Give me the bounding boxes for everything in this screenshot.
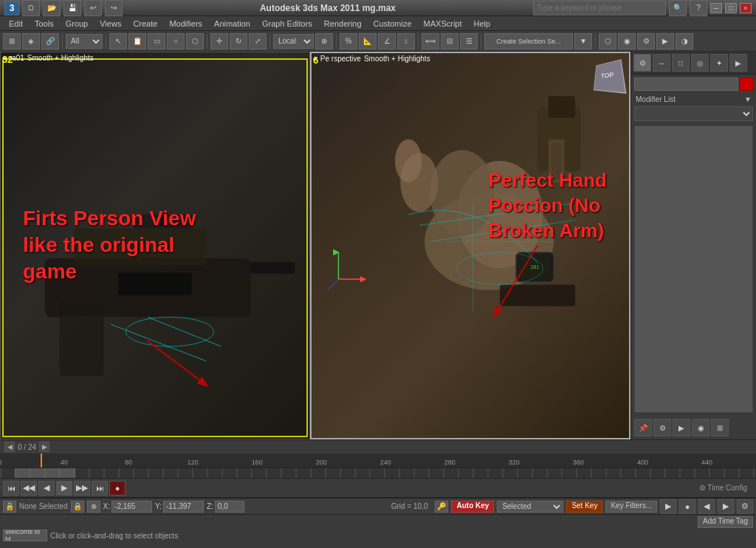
close-btn[interactable]: × [740, 3, 752, 13]
rpanel-tab-display[interactable]: ✦ [710, 54, 728, 72]
rotate-btn[interactable]: ↻ [230, 33, 247, 49]
modifier-search-input[interactable] [634, 78, 738, 91]
anim-prev-btn2[interactable]: ◀ [698, 499, 715, 514]
render-setup-btn[interactable]: ⚙ [637, 33, 655, 49]
rpanel-tab-utilities[interactable]: ▶ [729, 54, 747, 72]
viewport-right[interactable]: 281 [310, 52, 630, 439]
timeline-range[interactable] [0, 468, 756, 479]
menu-edit[interactable]: Edit [3, 18, 29, 30]
key-icon[interactable]: 🔑 [435, 501, 448, 513]
rect-select-btn[interactable]: ▭ [148, 33, 165, 49]
menu-graph-editors[interactable]: Graph Editors [256, 18, 318, 30]
selected-dropdown[interactable]: Selected [497, 501, 563, 513]
render-btn[interactable]: ▶ [656, 33, 674, 49]
rpanel-tab-modify[interactable]: ↔ [653, 54, 670, 72]
search-btn[interactable]: 🔍 [669, 0, 687, 16]
goto-end-btn[interactable]: ⏭ [92, 481, 108, 496]
time-config-btn[interactable]: ⚙ Time Config [699, 484, 747, 492]
snap3d-btn[interactable]: 📐 [359, 33, 377, 49]
menu-maxscript[interactable]: MAXScript [418, 18, 468, 30]
menu-views[interactable]: Views [94, 18, 127, 30]
pivot-btn[interactable]: ⊕ [315, 33, 333, 49]
sel-set-dropdown-btn[interactable]: ▼ [574, 33, 592, 49]
angle-snap-btn[interactable]: ∠ [378, 33, 396, 49]
modifier-list-dropdown[interactable] [634, 106, 753, 121]
align-btn[interactable]: ⊟ [441, 33, 458, 49]
save-btn[interactable]: 💾 [63, 0, 81, 16]
rpanel-tab-hierarchy[interactable]: □ [672, 54, 690, 72]
viewport-right-plus[interactable]: + [313, 55, 317, 63]
goto-start-btn[interactable]: ⏮ [3, 481, 19, 496]
circle-select-btn[interactable]: ○ [167, 33, 185, 49]
undo-btn[interactable]: ↩ [84, 0, 102, 16]
menu-modifiers[interactable]: Modifiers [163, 18, 208, 30]
anim-opts-btn[interactable]: ⚙ [737, 499, 753, 514]
anim-rec-btn2[interactable]: ● [679, 499, 695, 514]
play-backward-btn[interactable]: ◀ [38, 481, 55, 496]
menu-create[interactable]: Create [127, 18, 163, 30]
select-btn[interactable]: ↖ [109, 33, 127, 49]
scale-btn[interactable]: ⤢ [249, 33, 267, 49]
select-by-name-btn[interactable]: 📋 [128, 33, 146, 49]
minimize-btn[interactable]: ─ [710, 3, 722, 13]
menu-rendering[interactable]: Rendering [318, 18, 368, 30]
coord-dropdown[interactable]: Local [273, 34, 314, 49]
rpanel-params-btn[interactable]: ⚙ [653, 419, 671, 436]
app-icon[interactable]: 3 [4, 1, 19, 16]
timeline-track[interactable]: 0 40 80 120 160 200 240 280 320 360 400 … [0, 453, 756, 468]
new-btn[interactable]: 🗋 [22, 0, 40, 16]
pct-snap-btn[interactable]: % [340, 33, 357, 49]
spinner-snap-btn[interactable]: ↕ [397, 33, 415, 49]
prev-frame-btn[interactable]: ◀◀ [21, 481, 37, 496]
next-frame-btn[interactable]: ▶▶ [74, 481, 90, 496]
y-input[interactable] [163, 501, 204, 513]
selection-lock-toggle[interactable]: 🔒 [71, 501, 84, 513]
rpanel-extra-btn[interactable]: ⊞ [711, 419, 729, 436]
rpanel-pin-btn[interactable]: 📌 [634, 419, 652, 436]
anim-play-btn2[interactable]: ▶ [660, 499, 676, 514]
select-region-btn[interactable]: ◈ [22, 33, 40, 49]
select-obj-btn[interactable]: ⊞ [3, 33, 21, 49]
open-btn[interactable]: 📂 [43, 0, 61, 16]
play-btn[interactable]: ▶ [56, 481, 72, 496]
maximize-btn[interactable]: □ [725, 3, 737, 13]
filter-dropdown[interactable]: All [66, 34, 103, 49]
rpanel-anim-btn[interactable]: ▶ [673, 419, 690, 436]
menu-animation[interactable]: Animation [208, 18, 256, 30]
frame-nav-right[interactable]: ▶ [39, 442, 49, 452]
modifier-search-btn[interactable] [740, 78, 753, 91]
link-btn[interactable]: 🔗 [41, 33, 59, 49]
add-time-tag-btn[interactable]: Add Time Tag [698, 516, 753, 528]
viewport-left-plus[interactable]: + [2, 54, 7, 62]
layer-btn[interactable]: ☰ [460, 33, 478, 49]
move-btn[interactable]: ✛ [210, 33, 228, 49]
mirror-btn[interactable]: ⟺ [422, 33, 439, 49]
help-btn[interactable]: ? [690, 0, 707, 16]
menu-help[interactable]: Help [468, 18, 497, 30]
keyword-search[interactable] [533, 1, 666, 16]
record-btn[interactable]: ● [109, 481, 126, 496]
range-handle-left[interactable] [15, 468, 75, 478]
rpanel-tab-motion[interactable]: ◎ [691, 54, 709, 72]
menu-group[interactable]: Group [60, 18, 94, 30]
active-shade-btn[interactable]: ◑ [676, 33, 693, 49]
z-input[interactable] [215, 501, 244, 513]
rpanel-display-btn[interactable]: ◉ [692, 419, 709, 436]
anim-next-btn2[interactable]: ▶ [718, 499, 734, 514]
key-filters-btn[interactable]: Key Filters... [605, 501, 657, 513]
redo-btn[interactable]: ↪ [105, 0, 123, 16]
rpanel-tab-create[interactable]: ⚙ [633, 54, 651, 72]
frame-nav-left[interactable]: ◀ [4, 442, 15, 452]
pos-icon[interactable]: ⊕ [87, 501, 100, 513]
auto-key-btn[interactable]: Auto Key [451, 501, 494, 513]
fence-select-btn[interactable]: ⬡ [186, 33, 204, 49]
x-input[interactable] [111, 501, 152, 513]
set-key-btn[interactable]: Set Key [566, 501, 602, 513]
schematic-btn[interactable]: ⬡ [599, 33, 616, 49]
selection-create-btn[interactable]: Create Selection Se... [484, 33, 573, 49]
menu-tools[interactable]: Tools [29, 18, 60, 30]
lock-btn[interactable]: 🔒 [3, 501, 16, 513]
material-btn[interactable]: ◉ [618, 33, 636, 49]
viewport-left[interactable]: 32 + ra01 Smooth + Highlights Firts Pers… [0, 52, 310, 439]
menu-customize[interactable]: Customize [368, 18, 418, 30]
